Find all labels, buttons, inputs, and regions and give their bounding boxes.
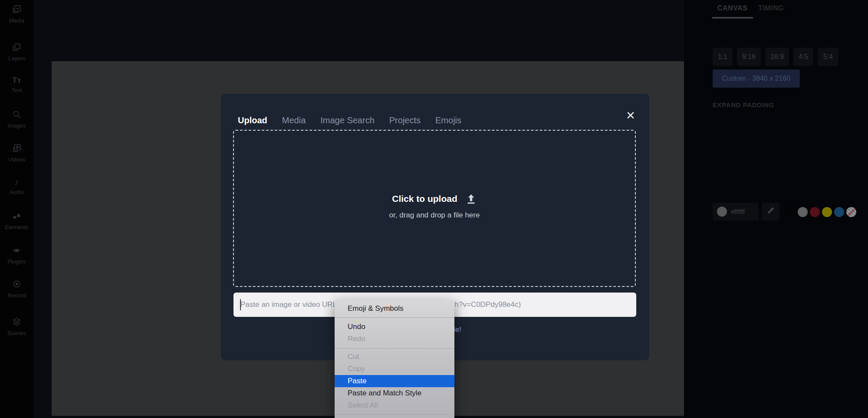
text-icon: Tт	[12, 76, 21, 86]
app-screen: Media Layers Tт Text Images Videos ♪ Aud…	[0, 0, 868, 418]
scenes-stack-icon	[12, 317, 22, 329]
eyedropper-button[interactable]	[762, 203, 779, 221]
sidebar-item-layers[interactable]: Layers	[0, 42, 33, 66]
swatch-red[interactable]	[810, 207, 820, 217]
tab-media[interactable]: Media	[282, 115, 306, 125]
sidebar-item-label: Videos	[8, 156, 26, 163]
expand-padding-label: EXPAND PADDING	[713, 101, 774, 109]
sidebar-item-label: Text	[12, 87, 22, 93]
music-note-icon: ♪	[15, 178, 19, 188]
sidebar-item-scenes[interactable]: Scenes	[0, 317, 33, 341]
tab-canvas[interactable]: CANVAS	[717, 4, 747, 12]
sidebar-item-label: Layers	[8, 55, 25, 62]
swatch-white[interactable]	[798, 207, 808, 217]
sidebar-item-label: Record	[8, 292, 26, 299]
sidebar-item-label: Elements	[5, 224, 28, 230]
dropzone-title: Click to upload	[392, 194, 457, 204]
eyedropper-icon	[766, 207, 775, 217]
video-icon	[12, 143, 22, 155]
sidebar-item-videos[interactable]: Videos	[0, 143, 33, 168]
background-hex-button[interactable]: #ffffff	[713, 203, 759, 221]
layers-icon	[12, 42, 22, 54]
sidebar-item-label: Audio	[10, 189, 24, 195]
ratio-16-9-button[interactable]: 16:9	[765, 48, 789, 66]
swatch-yellow[interactable]	[822, 207, 832, 217]
sidebar-item-label: Plugins	[7, 258, 26, 265]
sidebar-item-plugins[interactable]: Plugins	[0, 245, 33, 270]
menu-item-select-all[interactable]: Select All	[335, 399, 454, 411]
sidebar-item-media[interactable]: Media	[0, 4, 33, 29]
ratio-4-5-button[interactable]: 4:5	[793, 48, 813, 66]
sidebar-item-elements[interactable]: Elements	[0, 211, 33, 235]
aspect-ratio-options: 1:1 9:16 16:9 4:5 5:4	[713, 48, 838, 66]
dropzone-title-row: Click to upload	[392, 193, 477, 205]
media-plus-icon	[12, 4, 22, 16]
menu-item-undo[interactable]: Undo	[335, 321, 454, 333]
context-menu: Emoji & Symbols Undo Redo Cut Copy Paste…	[335, 300, 454, 418]
tab-upload[interactable]: Upload	[238, 115, 267, 125]
close-icon[interactable]: ✕	[623, 108, 638, 123]
sidebar-item-record[interactable]: Record	[0, 279, 33, 303]
menu-group-undo-redo: Undo Redo	[335, 318, 454, 345]
sidebar-item-label: Scenes	[7, 330, 26, 336]
record-icon	[12, 279, 22, 291]
tab-projects[interactable]: Projects	[389, 115, 421, 125]
menu-item-copy[interactable]: Copy	[335, 363, 454, 375]
shapes-icon	[12, 211, 22, 223]
ratio-5-4-button[interactable]: 5:4	[818, 48, 838, 66]
swatch-blue[interactable]	[834, 207, 844, 217]
upload-dropzone[interactable]: Click to upload or, drag and drop a file…	[233, 130, 636, 287]
hint-text-fragment: le!	[454, 326, 461, 334]
menu-item-paste[interactable]: Paste	[335, 375, 454, 387]
menu-item-redo[interactable]: Redo	[335, 333, 454, 345]
upload-arrow-icon	[465, 193, 477, 205]
ratio-1-1-button[interactable]: 1:1	[713, 48, 733, 66]
upload-modal-tabs: Upload Media Image Search Projects Emoji…	[238, 115, 461, 125]
sidebar-item-text[interactable]: Tт Text	[0, 76, 33, 100]
dropzone-subtitle: or, drag and drop a file here	[389, 211, 480, 220]
background-swatches	[786, 207, 856, 217]
menu-group-clipboard: Cut Copy Paste Paste and Match Style Sel…	[335, 349, 454, 411]
tab-emojis[interactable]: Emojis	[435, 115, 461, 125]
text-caret	[240, 299, 241, 310]
menu-item-paste-match-style[interactable]: Paste and Match Style	[335, 387, 454, 399]
sidebar-item-audio[interactable]: ♪ Audio	[0, 178, 33, 202]
background-hex-value: #ffffff	[731, 208, 745, 215]
active-tab-underline	[712, 17, 753, 19]
swatch-black[interactable]	[786, 207, 796, 217]
menu-separator	[335, 414, 454, 415]
menu-item-cut[interactable]: Cut	[335, 351, 454, 363]
plug-icon	[12, 245, 22, 257]
tab-image-search[interactable]: Image Search	[320, 115, 375, 125]
menu-item-emoji-symbols[interactable]: Emoji & Symbols	[335, 300, 454, 317]
sidebar-item-images[interactable]: Images	[0, 109, 33, 134]
tab-timing[interactable]: TIMING	[758, 4, 784, 12]
sidebar-item-label: Images	[7, 122, 26, 129]
left-toolbar: Media Layers Tт Text Images Videos ♪ Aud…	[0, 0, 33, 418]
image-search-icon	[12, 109, 22, 121]
swatch-transparent[interactable]	[846, 207, 856, 217]
sidebar-item-label: Media	[9, 17, 24, 24]
custom-size-button[interactable]: Custom - 3840 x 2160	[713, 69, 800, 88]
ratio-9-16-button[interactable]: 9:16	[737, 48, 761, 66]
current-color-swatch	[717, 207, 727, 217]
